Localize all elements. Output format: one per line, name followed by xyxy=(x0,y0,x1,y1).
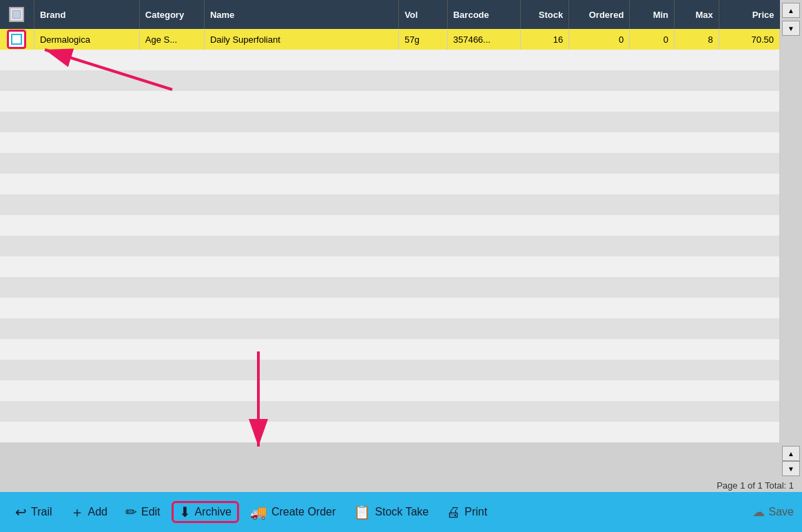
inventory-table: Brand Category Name Vol Barcode Stock Or… xyxy=(0,0,780,442)
barcode-header: Barcode xyxy=(447,0,520,29)
brand-header: Brand xyxy=(34,0,139,29)
add-icon: ＋ xyxy=(70,505,84,519)
archive-icon: ⬇ xyxy=(179,505,191,519)
edit-label: Edit xyxy=(141,506,161,518)
table-row xyxy=(0,153,780,174)
table-row xyxy=(0,277,780,298)
table-row xyxy=(0,318,780,339)
scroll-next-button[interactable]: ▼ xyxy=(782,461,800,476)
row-checkbox[interactable] xyxy=(0,29,34,50)
row-category: Age S... xyxy=(139,29,204,50)
print-label: Print xyxy=(464,506,487,518)
save-label: Save xyxy=(769,506,794,518)
add-label: Add xyxy=(88,506,107,518)
row-max: 8 xyxy=(675,29,719,50)
archive-button[interactable]: ⬇ Archive xyxy=(172,501,239,523)
right-scrollbar: ▲ ▼ ▲ ▼ xyxy=(780,0,802,479)
save-button[interactable]: ☁ Save xyxy=(752,504,794,520)
table-row xyxy=(0,422,780,442)
stock-take-button[interactable]: 📋 Stock Take xyxy=(347,501,435,523)
table-row xyxy=(0,256,780,277)
trail-icon: ↩ xyxy=(15,505,27,519)
add-button[interactable]: ＋ Add xyxy=(63,501,114,523)
stock-take-label: Stock Take xyxy=(375,506,429,518)
toolbar: ↩ Trail ＋ Add ✏ Edit ⬇ Archive 🚚 Create … xyxy=(0,492,802,532)
table-row xyxy=(0,50,780,70)
archive-label: Archive xyxy=(195,506,232,518)
table-row xyxy=(0,401,780,422)
row-min: 0 xyxy=(630,29,675,50)
pagination-bar: Page 1 of 1 Total: 1 xyxy=(0,479,802,492)
stock-header: Stock xyxy=(520,0,569,29)
table-row xyxy=(0,360,780,380)
table-row[interactable]: Dermalogica Age S... Daily Superfoliant … xyxy=(0,29,780,50)
table-row xyxy=(0,380,780,401)
trail-button[interactable]: ↩ Trail xyxy=(8,501,59,523)
row-price: 70.50 xyxy=(719,29,779,50)
table-row xyxy=(0,298,780,318)
table-row xyxy=(0,174,780,194)
row-brand: Dermalogica xyxy=(34,29,139,50)
table-row xyxy=(0,194,780,215)
row-stock: 16 xyxy=(520,29,569,50)
save-icon: ☁ xyxy=(752,504,765,520)
max-header: Max xyxy=(675,0,719,29)
table-row xyxy=(0,70,780,91)
create-order-button[interactable]: 🚚 Create Order xyxy=(243,501,342,523)
ordered-header: Ordered xyxy=(569,0,630,29)
scroll-prev-button[interactable]: ▲ xyxy=(782,446,800,461)
stock-take-icon: 📋 xyxy=(353,505,371,519)
row-ordered: 0 xyxy=(569,29,630,50)
create-order-label: Create Order xyxy=(271,506,336,518)
row-barcode: 357466... xyxy=(447,29,520,50)
scroll-up-button[interactable]: ▼ xyxy=(782,21,800,36)
scroll-top-button[interactable]: ▲ xyxy=(782,3,800,18)
select-all-header[interactable] xyxy=(0,0,34,29)
row-vol: 57g xyxy=(399,29,448,50)
row-name: Daily Superfoliant xyxy=(204,29,398,50)
min-header: Min xyxy=(630,0,675,29)
edit-icon: ✏ xyxy=(125,505,137,519)
table-row xyxy=(0,132,780,153)
pagination-text: Page 1 of 1 Total: 1 xyxy=(717,480,794,491)
price-header: Price xyxy=(719,0,779,29)
table-row xyxy=(0,339,780,360)
print-button[interactable]: 🖨 Print xyxy=(440,501,494,523)
table-row xyxy=(0,215,780,236)
table-row xyxy=(0,236,780,256)
create-order-icon: 🚚 xyxy=(250,505,267,519)
edit-button[interactable]: ✏ Edit xyxy=(119,501,167,523)
table-row xyxy=(0,91,780,112)
vol-header: Vol xyxy=(399,0,448,29)
trail-label: Trail xyxy=(31,506,52,518)
name-header: Name xyxy=(204,0,398,29)
category-header: Category xyxy=(139,0,204,29)
print-icon: 🖨 xyxy=(446,505,460,519)
table-row xyxy=(0,112,780,132)
